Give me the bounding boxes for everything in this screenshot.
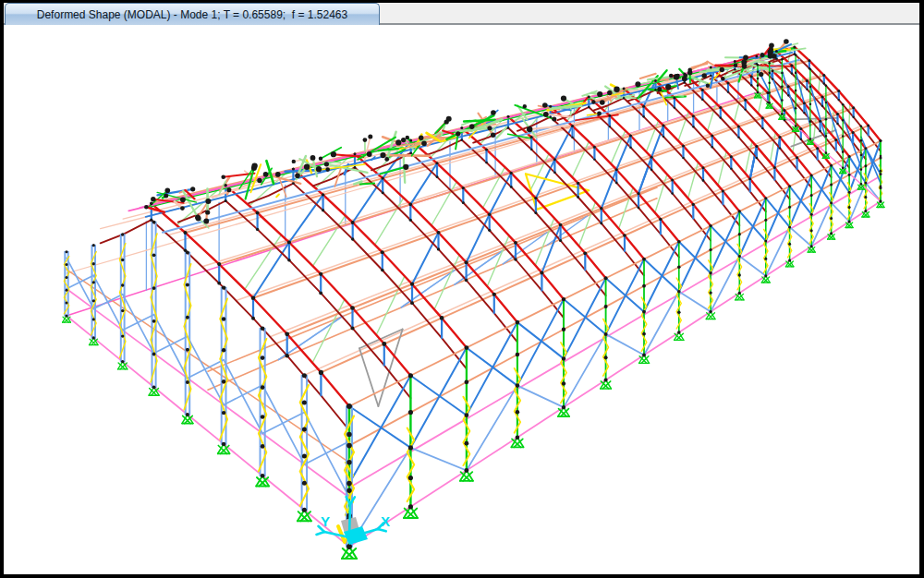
model-canvas[interactable]: XY [0, 0, 924, 578]
left-brace [67, 258, 93, 308]
joint-dot [292, 167, 295, 170]
joint-dot [92, 281, 95, 283]
joint-dot [251, 163, 257, 168]
joint-dot [588, 96, 590, 99]
joint-dot [380, 152, 385, 158]
joint-dot [768, 81, 771, 84]
joint-dot [663, 136, 664, 138]
joint-dot [821, 95, 824, 98]
joint-dot [742, 60, 747, 65]
joint-dot [150, 219, 152, 222]
left-brace [67, 275, 93, 288]
joint-dot [787, 85, 790, 88]
wall-brace [410, 348, 467, 448]
joint-dot [722, 189, 724, 192]
joint-dot [823, 82, 825, 84]
joint-dot [709, 271, 711, 274]
wall-brace [679, 226, 711, 292]
joint-dot [543, 112, 549, 117]
left-brace [123, 295, 154, 354]
joint-dot [677, 265, 681, 269]
joint-dot [460, 126, 463, 129]
joint-dot [848, 174, 851, 176]
joint-dot [456, 131, 460, 136]
joint-dot [562, 328, 565, 331]
wall-brace [644, 259, 679, 292]
joint-dot [719, 106, 722, 109]
joint-dot [384, 157, 389, 162]
roof-rod [819, 72, 821, 93]
joint-dot [437, 231, 441, 235]
joint-dot [710, 75, 711, 77]
joint-dot [781, 58, 784, 61]
joint-dot [593, 158, 595, 160]
wall-brace [790, 187, 812, 214]
joint-dot [730, 155, 733, 158]
joint-dot [121, 233, 124, 235]
joint-dot [757, 64, 760, 66]
joint-dot [226, 187, 231, 192]
window-frame: XY Deformed Shape (MODAL) - Mode 1; T = … [0, 0, 924, 578]
joint-dot [837, 90, 840, 92]
joint-dot [225, 199, 227, 202]
joint-dot [121, 309, 124, 312]
joint-dot [510, 186, 513, 188]
joint-dot [261, 415, 265, 419]
joint-dot [860, 154, 863, 157]
left-brace [154, 315, 188, 379]
view-tab-title: Deformed Shape (MODAL) - Mode 1; T = 0.6… [37, 8, 347, 21]
joint-dot [677, 311, 681, 315]
joint-dot [795, 125, 797, 127]
joint-dot [720, 67, 724, 72]
joint-dot [381, 269, 384, 272]
joint-dot [553, 172, 556, 175]
joint-dot [781, 113, 784, 115]
joint-dot [607, 90, 612, 95]
joint-dot [256, 228, 259, 231]
joint-dot [734, 63, 738, 67]
joint-dot [669, 74, 674, 78]
joint-dot [488, 213, 492, 217]
tangle-member [761, 66, 794, 66]
wall-brace [410, 376, 467, 415]
joint-dot [597, 91, 602, 97]
joint-dot [222, 317, 225, 320]
axis-arrowhead [378, 529, 386, 531]
joint-dot [302, 481, 307, 486]
joint-dot [190, 187, 195, 191]
tangle-member [640, 74, 656, 78]
joint-dot [848, 191, 851, 194]
wall-brace [739, 211, 766, 241]
joint-dot [222, 411, 225, 415]
joint-dot [485, 149, 488, 151]
joint-dot [263, 172, 269, 177]
joint-dot [677, 240, 681, 244]
joint-dot [487, 126, 492, 130]
joint-dot [615, 182, 618, 185]
joint-dot [880, 155, 882, 158]
joint-dot [302, 427, 307, 432]
joint-dot [795, 72, 797, 75]
wall-brace [564, 299, 606, 334]
joint-dot [764, 240, 767, 243]
joint-dot [743, 55, 748, 61]
joint-dot [761, 116, 764, 119]
joint-dot [864, 164, 867, 167]
joint-dot [302, 454, 307, 459]
joint-dot [860, 168, 863, 171]
joint-dot [304, 164, 310, 170]
joint-dot [346, 481, 352, 487]
joint-dot [615, 168, 618, 171]
joint-dot [663, 124, 665, 126]
joint-dot [549, 105, 552, 108]
joint-dot [530, 149, 532, 151]
joint-dot [803, 112, 805, 114]
joint-dot [514, 241, 517, 245]
joint-dot [609, 126, 611, 127]
joint-dot [562, 381, 565, 385]
joint-dot [410, 283, 414, 286]
joint-dot [180, 197, 186, 202]
view-tab[interactable]: Deformed Shape (MODAL) - Mode 1; T = 0.6… [5, 3, 380, 25]
joint-dot [516, 410, 520, 415]
joint-dot [66, 250, 68, 253]
